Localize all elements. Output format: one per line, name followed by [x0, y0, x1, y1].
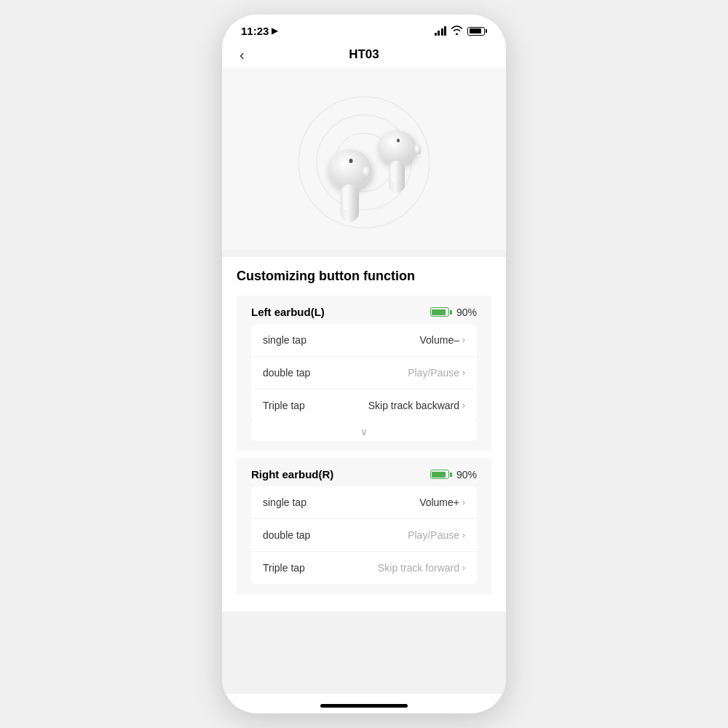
chevron-icon: ›	[462, 530, 465, 540]
customizing-section: Customizing button function Left earbud(…	[222, 257, 506, 612]
home-indicator	[320, 704, 408, 708]
left-earbud-section: Left earbud(L) 90% single tap	[237, 296, 491, 451]
left-battery-pct: 90%	[456, 306, 477, 318]
right-triple-tap-label: Triple tap	[263, 562, 305, 574]
chevron-icon: ›	[462, 563, 465, 573]
left-single-tap-value: Volume– ›	[420, 334, 465, 346]
right-single-tap-label: single tap	[263, 496, 306, 508]
chevron-icon: ›	[462, 335, 465, 345]
svg-rect-10	[391, 165, 395, 182]
left-battery-icon	[430, 307, 452, 317]
chevron-icon: ›	[462, 368, 465, 378]
right-battery-icon	[430, 470, 452, 479]
left-single-tap-row[interactable]: single tap Volume– ›	[251, 324, 477, 357]
right-single-tap-value: Volume+ ›	[419, 496, 465, 508]
earbuds-illustration	[277, 82, 451, 242]
status-bar: 11:23 ▶	[222, 15, 506, 41]
svg-point-7	[378, 130, 416, 165]
svg-point-8	[397, 139, 400, 143]
earbuds-image	[222, 68, 506, 250]
expand-row[interactable]: ∨	[251, 422, 477, 440]
page-title: HT03	[349, 47, 379, 62]
content-area: Customizing button function Left earbud(…	[222, 68, 506, 694]
right-battery-pct: 90%	[456, 469, 477, 480]
right-triple-tap-row[interactable]: Triple tap Skip track forward ›	[251, 552, 477, 584]
svg-rect-5	[340, 184, 359, 222]
left-triple-tap-label: Triple tap	[263, 400, 305, 411]
left-triple-tap-row[interactable]: Triple tap Skip track backward ›	[251, 389, 477, 422]
svg-rect-6	[343, 188, 347, 210]
chevron-icon: ›	[462, 400, 465, 411]
right-double-tap-row[interactable]: double tap Play/Pause ›	[251, 519, 477, 552]
right-double-tap-value: Play/Pause ›	[408, 529, 465, 541]
right-triple-tap-value: Skip track forward ›	[378, 562, 465, 574]
battery-icon	[467, 27, 487, 36]
chevron-icon: ›	[462, 497, 465, 507]
left-single-tap-label: single tap	[263, 334, 306, 346]
back-button[interactable]: ‹	[240, 47, 245, 63]
right-single-tap-row[interactable]: single tap Volume+ ›	[251, 486, 477, 519]
right-earbud-section: Right earbud(R) 90% single tap	[237, 458, 491, 594]
left-double-tap-label: double tap	[263, 367, 310, 379]
expand-icon: ∨	[360, 426, 368, 438]
status-time: 11:23 ▶	[241, 25, 277, 37]
right-earbud-battery: 90%	[430, 469, 477, 480]
left-double-tap-value: Play/Pause ›	[408, 367, 465, 379]
right-earbud-header: Right earbud(R) 90%	[251, 468, 477, 480]
left-earbud-battery: 90%	[430, 306, 477, 318]
right-earbud-settings: single tap Volume+ › double tap Play/Pau…	[251, 486, 477, 584]
nav-bar: ‹ HT03	[222, 41, 506, 68]
left-triple-tap-value: Skip track backward ›	[368, 400, 465, 411]
left-earbud-label: Left earbud(L)	[251, 306, 325, 318]
left-double-tap-row[interactable]: double tap Play/Pause ›	[251, 357, 477, 389]
right-earbud-label: Right earbud(R)	[251, 468, 333, 480]
time-display: 11:23	[241, 25, 269, 37]
location-icon: ▶	[272, 26, 277, 36]
left-earbud-header: Left earbud(L) 90%	[251, 306, 477, 318]
wifi-icon	[451, 25, 463, 37]
status-icons	[435, 25, 488, 37]
phone-frame: 11:23 ▶	[222, 15, 506, 713]
svg-point-4	[349, 159, 353, 163]
right-double-tap-label: double tap	[263, 529, 310, 541]
signal-bars-icon	[435, 26, 447, 36]
customizing-title: Customizing button function	[237, 269, 491, 284]
left-earbud-settings: single tap Volume– › double tap Play/Pau…	[251, 324, 477, 422]
